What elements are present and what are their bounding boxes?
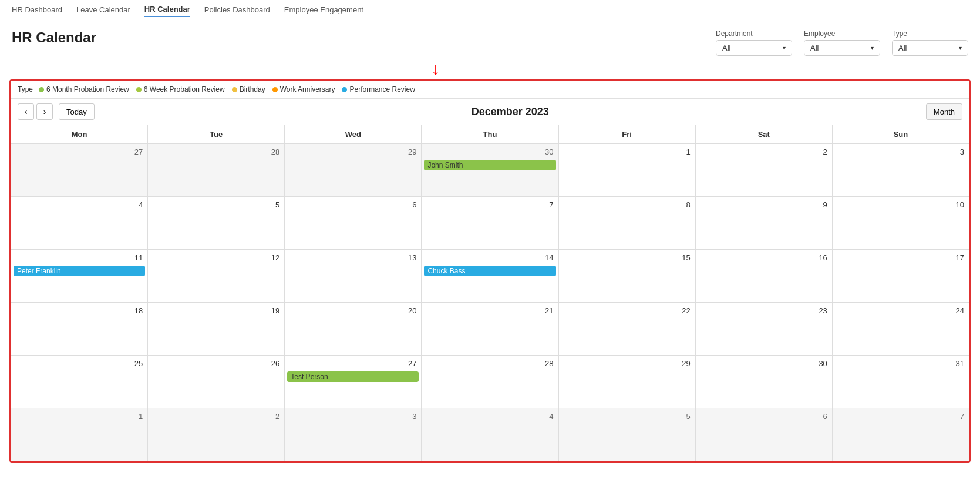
calendar-cell-w4-d4[interactable]: 29 [558, 356, 695, 408]
day-header-sun: Sun [832, 125, 969, 144]
department-filter-group: Department All ▾ [716, 29, 792, 56]
calendar-cell-w2-d1[interactable]: 12 [148, 250, 285, 303]
calendar-event[interactable]: Chuck Bass [424, 266, 555, 276]
department-select[interactable]: All ▾ [716, 40, 792, 56]
calendar-container: Type 6 Month Probation Review 6 Week Pro… [9, 79, 971, 463]
calendar-cell-w1-d0[interactable]: 4 [11, 197, 148, 250]
week-row-5: 1234567 [11, 408, 969, 461]
date-number: 30 [424, 146, 555, 158]
filter-controls: Department All ▾ Employee All ▾ Type All… [716, 29, 968, 56]
type-select[interactable]: All ▾ [892, 40, 968, 56]
calendar-cell-w5-d6[interactable]: 7 [832, 408, 969, 461]
prev-button[interactable]: ‹ [18, 103, 34, 120]
nav-hr-calendar[interactable]: HR Calendar [144, 5, 190, 17]
day-header-mon: Mon [11, 125, 148, 144]
calendar-cell-w1-d1[interactable]: 5 [148, 197, 285, 250]
date-number: 5 [561, 411, 693, 422]
date-number: 30 [698, 358, 830, 369]
date-number: 29 [287, 146, 419, 158]
employee-chevron-icon: ▾ [871, 45, 874, 51]
calendar-cell-w4-d2[interactable]: 27Test Person [285, 356, 422, 408]
employee-filter-group: Employee All ▾ [804, 29, 880, 56]
today-button[interactable]: Today [59, 103, 95, 120]
calendar-event[interactable]: Peter Franklin [14, 266, 145, 276]
calendar-cell-w0-d6[interactable]: 3 [832, 144, 969, 197]
day-header-wed: Wed [285, 125, 422, 144]
day-headers-row: Mon Tue Wed Thu Fri Sat Sun [11, 125, 969, 144]
legend: Type 6 Month Probation Review 6 Week Pro… [11, 81, 969, 99]
legend-dot-birthday [232, 87, 237, 92]
calendar-cell-w1-d3[interactable]: 7 [422, 197, 558, 250]
employee-label: Employee [804, 29, 880, 38]
calendar-cell-w4-d1[interactable]: 26 [148, 356, 285, 408]
next-button[interactable]: › [36, 103, 53, 120]
calendar-grid: Mon Tue Wed Thu Fri Sat Sun 27282930John… [11, 125, 969, 461]
legend-dot-work-anniversary [272, 87, 278, 92]
calendar-cell-w0-d2[interactable]: 29 [285, 144, 422, 197]
nav-hr-dashboard[interactable]: HR Dashboard [12, 5, 62, 16]
calendar-cell-w1-d2[interactable]: 6 [285, 197, 422, 250]
calendar-cell-w0-d1[interactable]: 28 [148, 144, 285, 197]
calendar-cell-w4-d3[interactable]: 28 [422, 356, 558, 408]
calendar-cell-w3-d2[interactable]: 20 [285, 303, 422, 356]
week-row-1: 45678910 [11, 197, 969, 250]
calendar-cell-w3-d4[interactable]: 22 [558, 303, 695, 356]
nav-employee-engagement[interactable]: Employee Engagement [284, 5, 363, 16]
calendar-cell-w3-d1[interactable]: 19 [148, 303, 285, 356]
calendar-cell-w2-d6[interactable]: 17 [832, 250, 969, 303]
employee-select[interactable]: All ▾ [804, 40, 880, 56]
day-header-sat: Sat [695, 125, 832, 144]
legend-label-work-anniversary: Work Anniversary [280, 85, 335, 93]
calendar-cell-w4-d5[interactable]: 30 [695, 356, 832, 408]
calendar-cell-w1-d6[interactable]: 10 [832, 197, 969, 250]
date-number: 24 [835, 305, 966, 316]
calendar-cell-w0-d5[interactable]: 2 [695, 144, 832, 197]
nav-buttons: ‹ › Today [18, 103, 95, 120]
calendar-toolbar: ‹ › Today December 2023 Month [11, 99, 969, 125]
calendar-cell-w0-d3[interactable]: 30John Smith [422, 144, 558, 197]
type-chevron-icon: ▾ [959, 45, 962, 51]
legend-item-performance: Performance Review [342, 85, 415, 93]
calendar-cell-w2-d2[interactable]: 13 [285, 250, 422, 303]
legend-item-6month: 6 Month Probation Review [39, 85, 129, 93]
nav-policies-dashboard[interactable]: Policies Dashboard [204, 5, 270, 16]
nav-leave-calendar[interactable]: Leave Calendar [76, 5, 130, 16]
calendar-cell-w3-d0[interactable]: 18 [11, 303, 148, 356]
calendar-cell-w4-d6[interactable]: 31 [832, 356, 969, 408]
calendar-cell-w5-d5[interactable]: 6 [695, 408, 832, 461]
calendar-cell-w5-d4[interactable]: 5 [558, 408, 695, 461]
calendar-cell-w2-d4[interactable]: 15 [558, 250, 695, 303]
calendar-cell-w1-d4[interactable]: 8 [558, 197, 695, 250]
calendar-event[interactable]: Test Person [287, 371, 419, 382]
calendar-cell-w1-d5[interactable]: 9 [695, 197, 832, 250]
calendar-cell-w3-d3[interactable]: 21 [422, 303, 558, 356]
legend-item-6week: 6 Week Probation Review [136, 85, 225, 93]
calendar-cell-w0-d0[interactable]: 27 [11, 144, 148, 197]
calendar-cell-w5-d2[interactable]: 3 [285, 408, 422, 461]
calendar-cell-w5-d3[interactable]: 4 [422, 408, 558, 461]
date-number: 2 [698, 146, 830, 158]
calendar-cell-w5-d0[interactable]: 1 [11, 408, 148, 461]
calendar-cell-w2-d5[interactable]: 16 [695, 250, 832, 303]
department-chevron-icon: ▾ [783, 45, 786, 51]
legend-dot-6month [39, 87, 44, 92]
calendar-cell-w5-d1[interactable]: 2 [148, 408, 285, 461]
legend-dot-6week [136, 87, 142, 92]
date-number: 4 [14, 199, 145, 210]
date-number: 7 [424, 199, 555, 210]
date-number: 29 [561, 358, 693, 369]
calendar-event[interactable]: John Smith [424, 160, 555, 170]
calendar-cell-w4-d0[interactable]: 25 [11, 356, 148, 408]
employee-value: All [810, 43, 819, 52]
calendar-cell-w2-d0[interactable]: 11Peter Franklin [11, 250, 148, 303]
month-view-button[interactable]: Month [926, 103, 962, 120]
calendar-cell-w3-d5[interactable]: 23 [695, 303, 832, 356]
date-number: 25 [14, 358, 145, 369]
calendar-cell-w2-d3[interactable]: 14Chuck Bass [422, 250, 558, 303]
date-number: 9 [698, 199, 830, 210]
date-number: 17 [835, 252, 966, 263]
calendar-cell-w0-d4[interactable]: 1 [558, 144, 695, 197]
type-value: All [898, 43, 907, 52]
calendar-cell-w3-d6[interactable]: 24 [832, 303, 969, 356]
header-area: HR Calendar Department All ▾ Employee Al… [0, 22, 980, 62]
